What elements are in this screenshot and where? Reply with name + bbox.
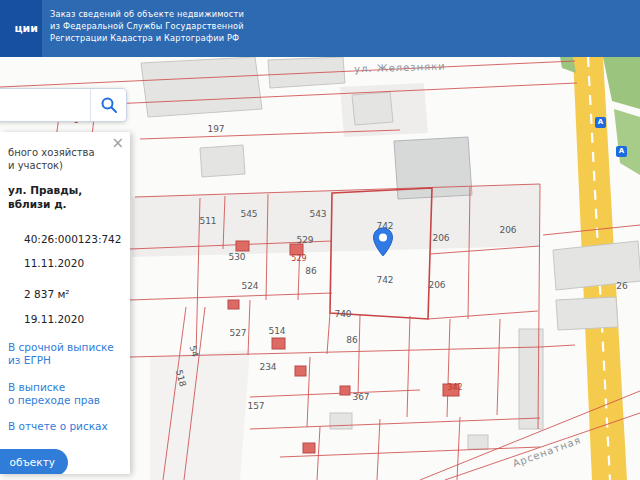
building	[468, 435, 488, 449]
object-area: 2 837 м²	[8, 288, 124, 300]
house	[228, 300, 239, 309]
search-button[interactable]	[90, 89, 126, 121]
building	[556, 297, 618, 330]
banner-line-2: из Федеральной Службы Государственной	[50, 20, 244, 32]
cadastral-number: 40:26:000123:742	[8, 233, 124, 245]
house	[295, 366, 306, 376]
building	[330, 413, 352, 429]
house	[303, 443, 315, 453]
parcel-label: 543	[309, 209, 326, 219]
land-use-line-2: и участок)	[8, 159, 124, 172]
parcel-label: 514	[268, 326, 285, 336]
parcel-label: 86	[305, 266, 317, 276]
parcel-label: 197	[207, 124, 224, 134]
parcel-label: 206	[499, 225, 516, 235]
link-risk-report[interactable]: В отчете о рисках	[8, 420, 124, 433]
screen: ул. ЖелезнякиАрсенатная 1975115455437422…	[0, 0, 640, 480]
close-icon[interactable]: ×	[109, 134, 126, 153]
link-egrn-extract[interactable]: В срочной выписке из ЕГРН	[8, 341, 124, 367]
bus-stop-icon[interactable]: А	[616, 146, 627, 157]
search-input[interactable]	[0, 89, 90, 121]
parcel-label: 530	[228, 252, 245, 262]
parcel-label: 367	[352, 392, 369, 402]
building	[352, 92, 393, 125]
parcel-label: 545	[240, 209, 257, 219]
street-label: Арсенатная	[511, 434, 582, 469]
banner-line-1: Заказ сведений об объекте недвижимости	[50, 8, 244, 20]
order-banner: Заказ сведений об объекте недвижимости и…	[50, 8, 244, 44]
parcel-label: 206	[428, 280, 445, 290]
map-pin[interactable]	[371, 227, 395, 259]
street-label: ул. Железняки	[354, 60, 446, 74]
link-rights-transfer[interactable]: В выписке о переходе прав	[8, 381, 124, 407]
logo-text-fragment: ции	[0, 0, 42, 57]
parcel-label: 527	[229, 328, 246, 338]
parcel-label: 529	[291, 254, 306, 263]
parcel-label: 342	[447, 383, 462, 392]
parcel-label: 206	[432, 233, 449, 243]
house	[236, 241, 249, 251]
date-registered: 11.11.2020	[8, 257, 124, 269]
building	[519, 329, 543, 429]
parcel-label: 511	[199, 216, 216, 226]
object-address: ул. Правды, вблизи д.	[8, 184, 124, 211]
parcel-label: 742	[376, 275, 393, 285]
parcel-label: 524	[241, 281, 258, 291]
parcel-label: 529	[296, 235, 313, 245]
parcel-label: 234	[259, 362, 276, 372]
bus-stop-icon[interactable]: А	[595, 117, 606, 128]
building	[141, 57, 262, 117]
parcel-label: 740	[334, 309, 351, 319]
building	[268, 57, 345, 88]
house	[272, 338, 285, 349]
search-bar	[0, 88, 127, 122]
banner-line-3: Регистрации Кадастра и Картографии РФ	[50, 32, 244, 44]
parcel-label: 157	[247, 401, 264, 411]
object-info-panel: × бного хозяйства и участок) ул. Правды,…	[0, 132, 130, 474]
parcel-label: 86	[346, 335, 358, 345]
top-banner: ции Заказ сведений об объекте недвижимос…	[0, 0, 640, 57]
pin-icon	[371, 227, 395, 259]
search-icon	[100, 96, 118, 114]
date-updated: 19.11.2020	[8, 313, 124, 325]
goto-object-button[interactable]: объекту	[0, 449, 68, 474]
land-use-line-1: бного хозяйства	[8, 146, 124, 159]
parcel-label: 26	[616, 281, 628, 291]
house	[340, 386, 350, 395]
building	[200, 145, 245, 177]
